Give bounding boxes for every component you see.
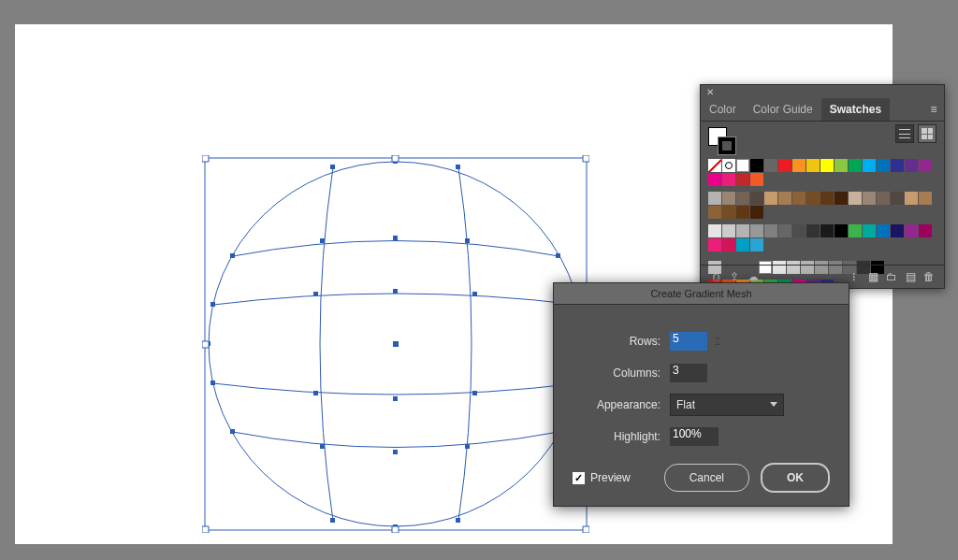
svg-rect-21: [210, 302, 215, 307]
swatch[interactable]: [919, 192, 932, 205]
swatch[interactable]: [708, 224, 721, 237]
swatch[interactable]: [806, 224, 820, 237]
swatch[interactable]: [820, 192, 834, 205]
swatch[interactable]: [877, 159, 890, 172]
swatch[interactable]: [835, 159, 848, 172]
swatch[interactable]: [708, 238, 721, 251]
svg-rect-32: [392, 155, 399, 162]
swatch[interactable]: [722, 173, 735, 186]
swatch[interactable]: [835, 192, 848, 205]
svg-rect-13: [320, 444, 325, 449]
swatch[interactable]: [806, 159, 820, 172]
ok-button[interactable]: OK: [761, 463, 830, 493]
swatch[interactable]: [736, 224, 749, 237]
highlight-label: Highlight:: [574, 430, 660, 443]
svg-rect-31: [202, 155, 209, 162]
swatch[interactable]: [849, 159, 862, 172]
close-icon[interactable]: ✕: [706, 87, 714, 97]
swatch[interactable]: [905, 159, 918, 172]
svg-rect-8: [465, 238, 470, 243]
swatch[interactable]: [877, 192, 890, 205]
preview-label: Preview: [590, 471, 631, 484]
swatch[interactable]: [722, 224, 735, 237]
panel-menu-icon[interactable]: ≡: [923, 98, 944, 121]
tab-color[interactable]: Color: [701, 98, 745, 121]
swatch[interactable]: [750, 159, 763, 172]
cancel-button[interactable]: Cancel: [664, 464, 749, 492]
swatch[interactable]: [722, 238, 735, 251]
swatch[interactable]: [919, 159, 932, 172]
swatch[interactable]: [722, 206, 735, 219]
appearance-select[interactable]: Flat: [670, 394, 784, 416]
svg-rect-11: [313, 391, 318, 395]
swatch[interactable]: [750, 192, 763, 205]
rows-input[interactable]: 5: [670, 332, 707, 351]
swatch[interactable]: [764, 192, 777, 205]
swatch[interactable]: [750, 238, 763, 251]
mesh-object[interactable]: [202, 155, 589, 533]
swatch[interactable]: [708, 192, 721, 205]
swatch[interactable]: [722, 159, 735, 172]
grid-view-button[interactable]: [918, 124, 936, 143]
swatch[interactable]: [891, 192, 904, 205]
swatch[interactable]: [750, 224, 763, 237]
swatch[interactable]: [778, 192, 791, 205]
swatch[interactable]: [891, 224, 904, 237]
svg-rect-37: [392, 526, 399, 533]
swatch[interactable]: [863, 192, 876, 205]
swatch[interactable]: [736, 159, 749, 172]
svg-rect-30: [393, 450, 398, 454]
columns-input[interactable]: 3: [670, 364, 707, 382]
svg-rect-36: [202, 526, 209, 533]
swatch[interactable]: [863, 224, 876, 237]
svg-rect-28: [393, 289, 398, 294]
tab-color-guide[interactable]: Color Guide: [745, 98, 821, 121]
swatch[interactable]: [750, 173, 763, 186]
trash-icon[interactable]: 🗑: [920, 269, 938, 284]
swatch[interactable]: [820, 224, 834, 237]
swatch[interactable]: [891, 159, 904, 172]
highlight-input[interactable]: 100%: [670, 427, 718, 446]
swatch[interactable]: [778, 224, 791, 237]
swatch[interactable]: [750, 206, 763, 219]
swatch[interactable]: [877, 224, 890, 237]
new-swatch-icon[interactable]: ▤: [901, 269, 920, 284]
swatch[interactable]: [835, 224, 848, 237]
fill-stroke-indicator[interactable]: [708, 127, 734, 153]
swatch[interactable]: [820, 159, 834, 172]
svg-rect-15: [330, 165, 335, 169]
folder-icon[interactable]: 🗀: [882, 269, 901, 284]
swatch[interactable]: [905, 224, 918, 237]
create-gradient-mesh-dialog[interactable]: Create Gradient Mesh Rows: 5 ⌶ Columns: …: [553, 282, 849, 507]
swatch[interactable]: [736, 206, 749, 219]
swatch[interactable]: [722, 192, 735, 205]
swatch[interactable]: [708, 206, 721, 219]
swatch[interactable]: [764, 224, 777, 237]
swatch[interactable]: [764, 159, 777, 172]
swatch[interactable]: [792, 192, 806, 205]
tab-swatches[interactable]: Swatches: [821, 98, 890, 121]
swatch[interactable]: [708, 173, 721, 186]
swatch[interactable]: [708, 159, 721, 172]
swatch[interactable]: [806, 192, 820, 205]
svg-rect-9: [313, 292, 318, 296]
preview-checkbox[interactable]: ✓ Preview: [573, 471, 631, 484]
swatch[interactable]: [919, 224, 932, 237]
swatches-panel[interactable]: ✕ Color Color Guide Swatches ≡ ⎙ ⇪: [700, 84, 945, 289]
color-group-icon[interactable]: ▦: [864, 269, 882, 284]
svg-rect-17: [330, 518, 335, 523]
swatch[interactable]: [863, 159, 876, 172]
swatch[interactable]: [736, 238, 749, 251]
svg-rect-29: [393, 396, 398, 401]
swatch[interactable]: [736, 192, 749, 205]
swatch[interactable]: [849, 192, 862, 205]
panel-tabs: Color Color Guide Swatches ≡: [701, 98, 944, 122]
swatch[interactable]: [849, 224, 862, 237]
list-view-button[interactable]: [895, 124, 914, 143]
swatch[interactable]: [736, 173, 749, 186]
swatch[interactable]: [792, 224, 806, 237]
swatch[interactable]: [778, 159, 791, 172]
swatch[interactable]: [792, 159, 806, 172]
rows-label: Rows:: [574, 335, 660, 348]
swatch[interactable]: [905, 192, 918, 205]
